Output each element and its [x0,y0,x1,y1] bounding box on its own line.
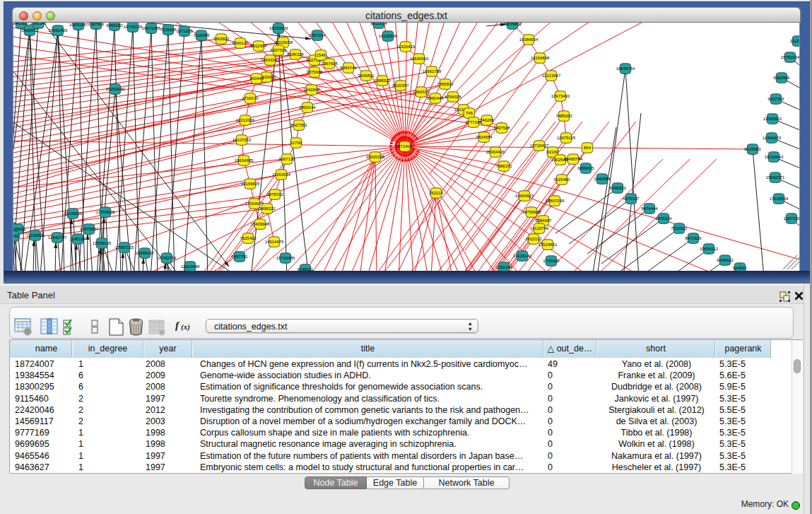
svg-text:3498222: 3498222 [259,206,276,211]
svg-text:7955812: 7955812 [437,82,454,86]
svg-text:12942737: 12942737 [48,235,67,240]
svg-text:9660125: 9660125 [232,41,249,45]
svg-text:15692371: 15692371 [766,175,785,180]
svg-text:990448: 990448 [249,76,264,81]
svg-text:20364436: 20364436 [486,150,505,154]
svg-text:7485063: 7485063 [555,114,572,118]
svg-text:20876862: 20876862 [503,23,522,26]
svg-text:11700: 11700 [290,141,302,145]
svg-text:8471626: 8471626 [685,236,702,240]
svg-text:12093822: 12093822 [763,117,782,121]
svg-text:6879197: 6879197 [623,197,640,201]
svg-text:746266: 746266 [480,118,495,122]
svg-text:18724007: 18724007 [396,144,415,148]
svg-text:15409948: 15409948 [251,222,270,226]
svg-text:10719135: 10719135 [124,25,143,29]
svg-text:16107553: 16107553 [233,138,252,142]
svg-text:844: 844 [584,146,592,150]
svg-text:16154808: 16154808 [531,56,550,60]
svg-text:2803144: 2803144 [299,105,316,110]
svg-text:12213369: 12213369 [236,118,255,122]
svg-text:6899695: 6899695 [577,166,594,170]
svg-text:7632621: 7632621 [671,226,688,230]
svg-text:9327509: 9327509 [270,48,287,52]
svg-text:9242848: 9242848 [303,88,320,92]
svg-text:7663822: 7663822 [213,37,230,41]
svg-text:3878332: 3878332 [266,192,283,197]
svg-text:8813014: 8813014 [370,23,387,25]
svg-text:16640910: 16640910 [410,57,429,61]
svg-text:8990448: 8990448 [427,96,444,100]
svg-text:12444153: 12444153 [763,136,782,140]
svg-text:23226058: 23226058 [274,40,293,45]
svg-text:16961758: 16961758 [423,69,442,74]
svg-text:19654985: 19654985 [235,158,254,163]
svg-text:17359928: 17359928 [96,210,115,214]
svg-text:1588520: 1588520 [374,78,391,83]
svg-text:19218506: 19218506 [379,34,398,38]
svg-text:9546821: 9546821 [358,74,375,78]
svg-text:8215953: 8215953 [744,147,761,151]
svg-text:17016504: 17016504 [770,197,789,201]
svg-text:9474444: 9474444 [641,206,658,211]
svg-text:15716485: 15716485 [276,256,295,260]
svg-text:16210643: 16210643 [765,155,784,159]
svg-text:13807299: 13807299 [546,199,565,203]
svg-text:2095346: 2095346 [30,23,47,25]
svg-text:11353594: 11353594 [272,173,291,177]
svg-text:13524851: 13524851 [539,243,558,247]
svg-text:14120746: 14120746 [530,226,549,230]
svg-text:15751034: 15751034 [781,55,800,59]
svg-text:16648754: 16648754 [616,66,635,71]
svg-text:924501: 924501 [733,266,748,270]
svg-text:3875685: 3875685 [306,70,323,74]
svg-text:16671385: 16671385 [142,26,161,30]
svg-text:16033809: 16033809 [269,26,288,30]
svg-text:10958107: 10958107 [136,251,155,255]
svg-text:19756928: 19756928 [522,210,541,214]
svg-text:20691406: 20691406 [49,28,68,33]
svg-text:1733426: 1733426 [543,259,560,263]
svg-text:1112544: 1112544 [790,39,800,43]
svg-text:3824554: 3824554 [476,135,493,139]
svg-text:9115460: 9115460 [554,177,571,182]
svg-text:2935114: 2935114 [656,216,673,221]
svg-text:12505135: 12505135 [93,241,112,245]
svg-text:20053346: 20053346 [106,87,125,91]
svg-text:745: 745 [466,111,473,115]
svg-text:7625402: 7625402 [240,236,257,240]
svg-text:9657791: 9657791 [231,255,248,259]
svg-text:991451: 991451 [13,234,21,238]
svg-text:16543362: 16543362 [261,58,280,62]
svg-text:2718170: 2718170 [242,96,259,100]
svg-text:18300295: 18300295 [366,155,385,159]
svg-text:8938923: 8938923 [609,186,626,190]
svg-text:1362615: 1362615 [413,90,430,94]
svg-text:8427552: 8427552 [290,123,307,127]
svg-text:9245011: 9245011 [298,267,314,271]
svg-text:14136141: 14136141 [513,254,532,258]
svg-text:20206526: 20206526 [64,211,83,216]
svg-text:1145134: 1145134 [70,237,87,241]
svg-text:10654923: 10654923 [515,194,534,198]
svg-text:3267130: 3267130 [278,157,295,161]
svg-text:1405572: 1405572 [21,28,38,33]
svg-text:6794028: 6794028 [445,95,461,99]
svg-text:252214: 252214 [429,191,444,195]
svg-text:8454749: 8454749 [340,66,357,70]
svg-text:1640954: 1640954 [594,177,611,181]
svg-text:10973493: 10973493 [551,94,570,98]
svg-text:1292344: 1292344 [495,265,512,269]
svg-text:11325419: 11325419 [396,45,416,49]
svg-text:7986372: 7986372 [495,164,512,168]
svg-text:6497508: 6497508 [493,126,510,130]
svg-text:15720407: 15720407 [530,144,549,148]
svg-text:8186328: 8186328 [287,52,304,57]
svg-text:9329966: 9329966 [773,76,790,80]
svg-text:13495794: 13495794 [564,157,583,161]
svg-text:1167533: 1167533 [784,216,800,221]
svg-text:2367608: 2367608 [321,62,338,66]
svg-text:9245612: 9245612 [717,258,734,262]
svg-text:17957225: 17957225 [115,245,134,250]
svg-text:1527602: 1527602 [88,23,105,26]
